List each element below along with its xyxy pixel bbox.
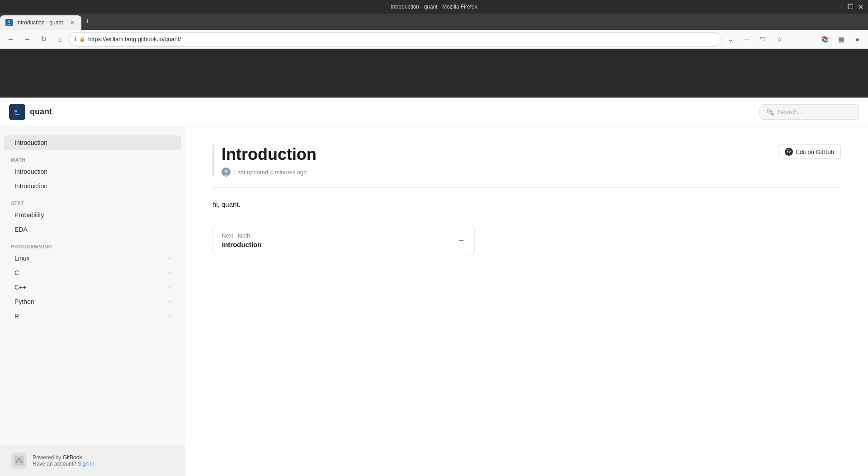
sidebar-item-introduction-top[interactable]: Introduction: [4, 135, 181, 150]
reload-button[interactable]: ↻: [36, 32, 51, 47]
window-title: Introduction - quant - Mozilla Firefox: [391, 4, 477, 10]
active-tab[interactable]: Introduction - quant ✕: [0, 15, 81, 30]
nav-right-controls: ⌄ ··· 🛡 ☆: [723, 32, 787, 47]
sidebar-item-label: Introduction: [14, 182, 47, 190]
sidebar-item-probability[interactable]: Probability: [4, 208, 181, 222]
svg-rect-1: [12, 107, 22, 117]
sidebar-item-math-intro-1[interactable]: Introduction: [4, 164, 181, 179]
url-path: /quant/: [163, 36, 181, 42]
sidebar-section-programming: PROGRAMMING: [0, 237, 185, 251]
last-updated-text: Last updated 4 minutes ago: [234, 169, 307, 176]
search-bar[interactable]: 🔍 Search...: [760, 104, 859, 120]
content-area: Introduction Last updated 4 minute: [185, 126, 868, 476]
content-header: Introduction Last updated 4 minute: [212, 145, 841, 177]
svg-rect-3: [14, 456, 24, 466]
tab-favicon: [5, 19, 13, 26]
maximize-button[interactable]: ⧠: [847, 4, 854, 10]
url-display: https://williamlfang.gitbook.io/quant/: [88, 36, 181, 42]
sidebar-item-eda[interactable]: EDA: [4, 222, 181, 237]
new-tab-button[interactable]: +: [81, 15, 94, 28]
sidebar-item-label: EDA: [14, 226, 28, 233]
address-bar[interactable]: ℹ 🔒 https://williamlfang.gitbook.io/quan…: [69, 32, 722, 47]
content-body: hi, quant.: [212, 199, 841, 210]
close-button[interactable]: ✕: [857, 4, 863, 10]
minimize-button[interactable]: ─: [837, 4, 844, 10]
sidebar-item-label: Python: [14, 298, 34, 305]
next-card-label: Next - Math: [222, 233, 261, 239]
sidebar: Introduction MATH Introduction Introduct…: [0, 126, 185, 476]
content-title-section: Introduction Last updated 4 minute: [222, 145, 316, 177]
security-icon: ℹ: [75, 36, 76, 42]
next-page-card[interactable]: Next - Math Introduction →: [212, 225, 475, 256]
chevron-right-icon: ›: [169, 299, 170, 305]
home-button[interactable]: ⌂: [52, 32, 67, 47]
content-meta: Last updated 4 minutes ago: [222, 168, 316, 177]
nav-bar: ← → ↻ ⌂ ℹ 🔒 https://williamlfang.gitbook…: [0, 30, 868, 49]
sidebar-item-label: Introduction: [14, 139, 47, 146]
main-layout: Introduction MATH Introduction Introduct…: [0, 126, 868, 476]
svg-point-2: [14, 110, 17, 112]
gitbook-link[interactable]: GitBook: [63, 454, 82, 461]
bookmarks-dropdown-button[interactable]: ⌄: [723, 32, 738, 47]
window-controls: ─ ⧠ ✕: [837, 4, 863, 10]
author-avatar: [222, 168, 231, 177]
tab-close-button[interactable]: ✕: [69, 19, 76, 26]
sidebar-toggle-button[interactable]: ▤: [834, 32, 848, 47]
page-title: Introduction: [222, 145, 316, 164]
sidebar-item-math-intro-2[interactable]: Introduction: [4, 179, 181, 193]
sidebar-section-stat: STAT: [0, 193, 185, 208]
shield-button[interactable]: 🛡: [756, 32, 770, 47]
sidebar-item-cpp[interactable]: C++ ›: [4, 280, 181, 294]
sidebar-footer: Powered by GitBook Have an account? Sign…: [0, 445, 185, 476]
chevron-right-icon: ›: [169, 284, 170, 290]
gitbook-header: quant 🔍 Search...: [0, 98, 868, 126]
next-card-content: Next - Math Introduction: [222, 233, 261, 248]
tab-bar: Introduction - quant ✕ +: [0, 14, 868, 30]
arrow-right-icon: →: [457, 236, 465, 245]
sidebar-item-label: Introduction: [14, 168, 47, 175]
svg-point-5: [225, 170, 228, 173]
sidebar-item-c[interactable]: C ›: [4, 266, 181, 280]
svg-point-0: [8, 20, 10, 23]
sidebar-item-linux[interactable]: Linux ›: [4, 251, 181, 266]
url-host: https://williamlfang.gitbook.io: [88, 36, 163, 42]
browser-right-controls: 📚 ▤ ≡: [817, 32, 864, 47]
sidebar-item-label: C: [14, 269, 19, 276]
title-bar: Introduction - quant - Mozilla Firefox ─…: [0, 0, 868, 14]
content-divider: [212, 187, 841, 188]
edit-github-label: Edit on GitHub: [796, 149, 834, 155]
account-text: Have an account? Sign in: [33, 461, 94, 467]
tab-title: Introduction - quant: [16, 19, 65, 26]
footer-text: Powered by GitBook Have an account? Sign…: [33, 454, 94, 467]
svg-point-6: [786, 149, 792, 155]
sidebar-item-label: Probability: [14, 211, 44, 219]
chevron-right-icon: ›: [169, 270, 170, 276]
github-icon: [785, 148, 793, 156]
content-left-border: [212, 145, 214, 177]
powered-by-text: Powered by GitBook: [33, 454, 94, 461]
gitbook-logo[interactable]: quant: [9, 104, 52, 120]
sidebar-item-label: R: [14, 313, 19, 320]
gitbook-footer-icon: [11, 453, 27, 469]
logo-icon: [9, 104, 25, 120]
lock-icon: 🔒: [79, 36, 85, 42]
sidebar-item-label: Linux: [14, 255, 29, 262]
library-button[interactable]: 📚: [817, 32, 832, 47]
sidebar-section-math: MATH: [0, 150, 185, 164]
sidebar-item-r[interactable]: R ›: [4, 309, 181, 323]
sidebar-item-python[interactable]: Python ›: [4, 294, 181, 309]
search-icon: 🔍: [766, 108, 774, 116]
more-options-button[interactable]: ···: [740, 32, 754, 47]
back-button[interactable]: ←: [4, 32, 18, 47]
search-placeholder: Search...: [778, 108, 803, 116]
sign-in-link[interactable]: Sign in: [78, 461, 94, 467]
chevron-right-icon: ›: [169, 313, 170, 319]
sidebar-item-label: C++: [14, 284, 26, 291]
chevron-right-icon: ›: [169, 255, 170, 261]
bookmark-star-button[interactable]: ☆: [772, 32, 787, 47]
next-card-title: Introduction: [222, 241, 261, 248]
browser-menu-button[interactable]: ≡: [850, 32, 864, 47]
edit-on-github-button[interactable]: Edit on GitHub: [778, 145, 841, 159]
forward-button[interactable]: →: [20, 32, 34, 47]
site-name: quant: [30, 107, 52, 117]
